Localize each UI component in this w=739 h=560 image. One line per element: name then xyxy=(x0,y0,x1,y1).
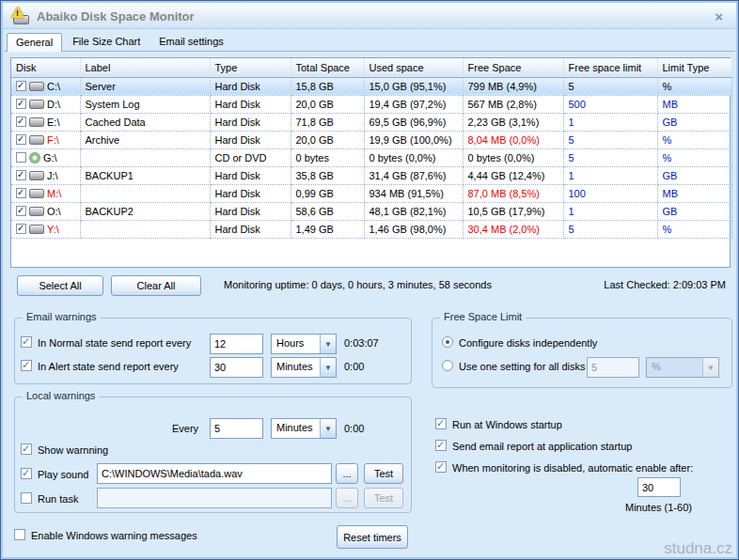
drive-letter: E:\ xyxy=(47,117,59,128)
send-email-startup-label: Send email report at application startup xyxy=(452,441,632,452)
disk-checkbox[interactable] xyxy=(16,134,26,145)
browse-task-button: ... xyxy=(336,488,358,508)
one-setting-unit-select: % ▼ xyxy=(646,357,719,378)
free-space-limit-group: Free Space Limit Configure disks indepen… xyxy=(432,318,732,388)
close-icon[interactable]: × xyxy=(715,8,723,24)
app-window: ! Abaiko Disk Space Monitor × General Fi… xyxy=(0,0,739,560)
send-email-startup-checkbox[interactable] xyxy=(435,440,447,451)
enable-windows-messages-label: Enable Windows warning messages xyxy=(31,530,197,541)
watermark-text: studna.cz xyxy=(664,539,732,558)
hard-disk-icon xyxy=(29,171,44,180)
normal-interval-input[interactable] xyxy=(210,334,263,354)
tab-strip: General File Size Chart Email settings xyxy=(7,30,234,51)
table-row[interactable]: D:\ System Log Hard Disk 20,0 GB 19,4 GB… xyxy=(11,95,731,113)
enable-windows-messages-checkbox[interactable] xyxy=(14,529,25,540)
dropdown-arrow-icon[interactable]: ▼ xyxy=(320,358,336,377)
tab-general[interactable]: General xyxy=(7,33,62,52)
disk-checkbox[interactable] xyxy=(16,81,26,91)
title-bar: ! Abaiko Disk Space Monitor × xyxy=(3,3,736,29)
one-setting-label: Use one setting for all disks xyxy=(459,361,586,372)
cd-icon xyxy=(29,152,40,163)
run-at-startup-checkbox[interactable] xyxy=(435,418,447,429)
table-row[interactable]: M:\ Hard Disk 0,99 GB 934 MB (91,5%) 87,… xyxy=(11,184,731,202)
drive-letter: G:\ xyxy=(43,152,57,163)
table-row[interactable]: J:\ BACKUP1 Hard Disk 35,8 GB 31,4 GB (8… xyxy=(11,166,731,184)
table-row[interactable]: G:\ CD or DVD 0 bytes 0 bytes (0,0%) 0 b… xyxy=(11,148,731,166)
auto-enable-unit-label: Minutes (1-60) xyxy=(625,502,692,513)
disk-checkbox[interactable] xyxy=(16,170,26,180)
col-label[interactable]: Label xyxy=(80,58,210,77)
hard-disk-icon xyxy=(29,82,44,91)
disk-checkbox[interactable] xyxy=(16,188,26,198)
local-warnings-group: Local warnings Every Minutes ▼ 0:00 Show… xyxy=(14,397,412,513)
clear-all-button[interactable]: Clear All xyxy=(111,275,201,296)
email-warnings-group: Email warnings In Normal state send repo… xyxy=(14,318,412,384)
hard-disk-icon xyxy=(29,189,44,198)
disk-checkbox[interactable] xyxy=(16,117,26,127)
normal-report-checkbox[interactable] xyxy=(21,336,32,348)
dropdown-arrow-icon[interactable]: ▼ xyxy=(320,334,336,353)
select-all-button[interactable]: Select All xyxy=(17,275,103,296)
alert-interval-input[interactable] xyxy=(210,357,263,378)
auto-enable-checkbox[interactable] xyxy=(435,461,447,473)
alert-report-checkbox[interactable] xyxy=(21,360,32,371)
normal-report-label: In Normal state send report every xyxy=(38,337,191,349)
last-checked-text: Last Checked: 2:09:03 PM xyxy=(604,279,726,290)
table-row[interactable]: Y:\ Hard Disk 1,49 GB 1,46 GB (98,0%) 30… xyxy=(11,220,731,238)
table-row[interactable]: C:\ Server Hard Disk 15,8 GB 15,0 GB (95… xyxy=(11,77,731,95)
col-free-space-limit[interactable]: Free space limit xyxy=(563,58,657,77)
one-setting-radio[interactable] xyxy=(442,360,453,371)
tab-email-settings[interactable]: Email settings xyxy=(150,33,231,51)
dropdown-arrow-icon[interactable]: ▼ xyxy=(320,419,336,438)
test-sound-button[interactable]: Test xyxy=(364,463,403,484)
normal-timer-text: 0:03:07 xyxy=(344,337,379,349)
task-path-input xyxy=(97,488,332,508)
dropdown-arrow-icon: ▼ xyxy=(702,358,718,377)
hard-disk-icon xyxy=(29,100,44,109)
drive-letter: C:\ xyxy=(47,81,60,92)
run-task-checkbox[interactable] xyxy=(21,492,32,504)
local-interval-input[interactable] xyxy=(210,418,263,439)
reset-timers-button[interactable]: Reset timers xyxy=(337,525,408,549)
local-unit-select[interactable]: Minutes ▼ xyxy=(271,418,337,439)
col-total-space[interactable]: Total Space xyxy=(291,58,364,77)
drive-letter: Y:\ xyxy=(47,224,59,235)
configure-independently-radio[interactable] xyxy=(442,336,453,348)
configure-independently-label: Configure disks independently xyxy=(459,337,597,349)
col-disk[interactable]: Disk xyxy=(11,58,80,77)
alert-timer-text: 0:00 xyxy=(344,361,364,372)
auto-enable-value-input[interactable] xyxy=(637,477,681,497)
hard-disk-icon xyxy=(29,207,44,216)
table-row[interactable]: F:\ Archive Hard Disk 20,0 GB 19,9 GB (1… xyxy=(11,131,731,148)
col-used-space[interactable]: Used space xyxy=(364,58,463,77)
disk-checkbox[interactable] xyxy=(16,206,26,216)
run-at-startup-label: Run at Windows startup xyxy=(452,419,562,430)
disk-checkbox[interactable] xyxy=(16,99,26,109)
normal-unit-select[interactable]: Hours ▼ xyxy=(271,334,337,354)
play-sound-label: Play sound xyxy=(38,469,88,480)
drive-letter: F:\ xyxy=(47,134,59,146)
col-limit-type[interactable]: Limit Type xyxy=(657,58,731,77)
alert-unit-select[interactable]: Minutes ▼ xyxy=(271,357,337,378)
window-title: Abaiko Disk Space Monitor xyxy=(37,9,195,23)
col-type[interactable]: Type xyxy=(210,58,291,77)
show-warning-checkbox[interactable] xyxy=(21,443,32,455)
one-setting-value-input xyxy=(587,357,639,378)
disk-checkbox[interactable] xyxy=(16,224,26,234)
drive-letter: J:\ xyxy=(47,170,58,181)
play-sound-checkbox[interactable] xyxy=(21,468,32,479)
drive-letter: D:\ xyxy=(47,99,60,110)
alert-report-label: In Alert state send report every xyxy=(38,361,179,372)
tab-file-size-chart[interactable]: File Size Chart xyxy=(64,33,149,51)
table-row[interactable]: E:\ Cached Data Hard Disk 71,8 GB 69,5 G… xyxy=(11,113,731,131)
disk-checkbox[interactable] xyxy=(16,152,26,163)
email-warnings-title: Email warnings xyxy=(23,311,101,322)
table-row[interactable]: O:\ BACKUP2 Hard Disk 58,6 GB 48,1 GB (8… xyxy=(11,202,731,220)
auto-enable-label: When monitoring is disabled, automatic e… xyxy=(452,462,693,474)
browse-sound-button[interactable]: ... xyxy=(336,463,358,484)
drive-letter: M:\ xyxy=(47,188,61,199)
sound-path-input[interactable] xyxy=(97,463,332,484)
col-free-space[interactable]: Free Space xyxy=(463,58,563,77)
every-label: Every xyxy=(172,423,198,434)
disk-table: Disk Label Type Total Space Used space F… xyxy=(10,57,731,268)
